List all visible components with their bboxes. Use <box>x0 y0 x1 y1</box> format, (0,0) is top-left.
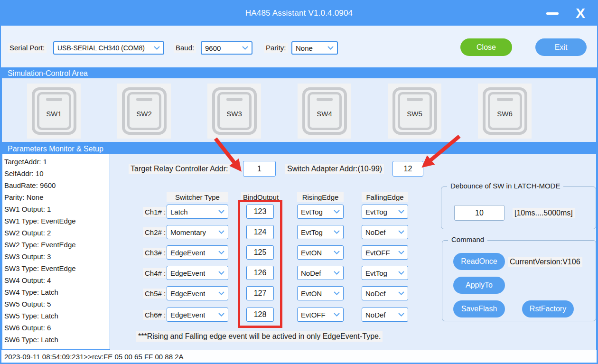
monitor-line: SW6 Output: 6 <box>4 322 110 334</box>
switcher-type-select-ch1[interactable]: Latch <box>167 205 228 219</box>
chevron-down-icon <box>334 291 340 295</box>
falling-edge-select-ch2[interactable]: NoDef <box>362 225 408 239</box>
switch-button-sw1[interactable]: SW1 <box>27 84 81 139</box>
parameters-section: Parameters Monitor & Setup TargetAddr: 1… <box>1 143 597 351</box>
falling-edge-value: NoDef <box>365 289 386 298</box>
serial-port-label: Serial Port: <box>8 43 47 53</box>
rising-edge-select-ch1[interactable]: EvtTog <box>297 205 344 219</box>
close-port-button[interactable]: Close <box>460 38 512 56</box>
bind-output-input-ch6[interactable] <box>246 308 274 322</box>
key-icon: SW4 <box>302 87 347 135</box>
chevron-down-icon <box>218 230 224 234</box>
switcher-type-select-ch2[interactable]: Momentary <box>167 225 228 239</box>
save-flash-button[interactable]: SaveFlash <box>453 300 505 317</box>
adapter-addr-input[interactable] <box>392 161 423 177</box>
window-title: HA485 Assistant V1.0.4.0904 <box>1 1 597 26</box>
rst-factory-button[interactable]: RstFactory <box>522 300 574 317</box>
chevron-down-icon <box>218 210 224 214</box>
rising-edge-select-ch6[interactable]: EvtOFF <box>297 308 344 322</box>
minimize-button[interactable] <box>542 1 563 26</box>
rising-edge-select-ch3[interactable]: EvtON <box>297 245 344 260</box>
monitor-line: SW5 Output: 5 <box>4 298 110 310</box>
switch-button-sw6[interactable]: SW6 <box>478 84 532 139</box>
switch-button-sw5[interactable]: SW5 <box>388 84 441 139</box>
switch-label: SW4 <box>317 110 332 118</box>
chevron-down-icon <box>334 313 340 317</box>
falling-edge-value: EvtTog <box>365 208 387 216</box>
switcher-type-select-ch3[interactable]: EdgeEvent <box>167 245 228 260</box>
switcher-type-select-ch6[interactable]: EdgeEvent <box>167 308 228 322</box>
monitor-line: SW2 Type: EventEdge <box>4 239 110 251</box>
channel-label: Ch5# : <box>143 289 168 299</box>
switcher-type-select-ch4[interactable]: EdgeEvent <box>167 266 228 280</box>
bind-output-input-ch2[interactable] <box>246 225 274 239</box>
app-window: HA485 Assistant V1.0.4.0904 X Serial Por… <box>0 0 598 364</box>
minimize-icon <box>546 12 559 15</box>
exit-button[interactable]: Exit <box>535 38 587 56</box>
simulation-body: SW1 SW2 SW3 SW4 SW5 SW6 <box>2 78 596 142</box>
monitor-line: SW6 Type: Latch <box>4 334 110 345</box>
falling-edge-value: EvtOFF <box>365 249 390 257</box>
switch-button-sw3[interactable]: SW3 <box>207 84 261 139</box>
bind-output-input-ch1[interactable] <box>246 205 274 219</box>
switch-label: SW3 <box>226 110 242 118</box>
monitor-line: SW3 Output: 3 <box>4 251 110 262</box>
monitor-line: BaudRate: 9600 <box>4 179 110 191</box>
footnote-text: ***Rising and Falling edge event will be… <box>136 331 383 342</box>
falling-edge-select-ch3[interactable]: EvtOFF <box>362 245 408 260</box>
chevron-down-icon <box>218 271 224 275</box>
apply-to-button[interactable]: ApplyTo <box>453 277 505 294</box>
chevron-down-icon <box>398 210 404 214</box>
rising-edge-select-ch4[interactable]: NoDef <box>297 266 344 280</box>
chevron-down-icon <box>334 251 340 254</box>
read-once-button[interactable]: ReadOnce <box>453 253 505 270</box>
falling-edge-select-ch1[interactable]: EvtTog <box>362 205 408 219</box>
command-groupbox: Command ReadOnce CurrentVersion:V106 App… <box>442 240 596 321</box>
rising-edge-value: EvtON <box>301 249 322 257</box>
switcher-type-value: EdgeEvent <box>170 249 205 257</box>
debounce-input[interactable] <box>454 205 505 221</box>
switch-button-sw4[interactable]: SW4 <box>298 84 351 139</box>
rising-edge-select-ch2[interactable]: EvtTog <box>297 225 344 239</box>
parity-label: Parity: <box>264 43 288 53</box>
key-icon: SW1 <box>32 87 76 135</box>
monitor-line: SW1 Type: EventEdge <box>4 215 110 227</box>
switch-label: SW5 <box>407 110 422 118</box>
chevron-down-icon <box>398 291 404 295</box>
bind-output-input-ch3[interactable] <box>246 245 274 260</box>
key-notch-icon <box>497 98 513 101</box>
rising-edge-value: EvtOFF <box>301 311 326 319</box>
parity-select[interactable]: None <box>291 41 338 55</box>
switch-label: SW6 <box>497 110 513 118</box>
falling-edge-select-ch6[interactable]: NoDef <box>362 308 408 322</box>
column-header-falling-edge: FallingEdge <box>362 192 408 202</box>
current-version-label: CurrentVersion:V106 <box>508 257 582 267</box>
chevron-down-icon <box>398 271 404 275</box>
key-icon: SW3 <box>212 87 257 135</box>
switcher-type-select-ch5[interactable]: EdgeEvent <box>167 286 228 300</box>
falling-edge-select-ch4[interactable]: EvtTog <box>362 266 408 280</box>
baud-select[interactable]: 9600 <box>201 41 252 55</box>
column-header-rising-edge: RisingEdge <box>297 192 344 202</box>
channel-label: Ch2# : <box>143 227 168 237</box>
bind-output-input-ch5[interactable] <box>246 286 274 300</box>
switch-button-sw2[interactable]: SW2 <box>117 84 171 139</box>
rising-edge-select-ch5[interactable]: EvtON <box>297 286 344 300</box>
bind-output-input-ch4[interactable] <box>246 266 274 280</box>
falling-edge-select-ch5[interactable]: NoDef <box>362 286 408 300</box>
target-addr-label: Target Relay Controller Addr: <box>129 164 230 174</box>
chevron-down-icon <box>218 291 224 295</box>
chevron-down-icon <box>334 230 340 234</box>
debounce-legend: Debounce of SW in LATCH-MODE <box>447 182 563 190</box>
title-bar: HA485 Assistant V1.0.4.0904 X <box>1 1 597 26</box>
serial-port-select[interactable]: USB-SERIAL CH340 (COM8) <box>53 41 164 55</box>
debounce-groupbox: Debounce of SW in LATCH-MODE [10ms....50… <box>441 187 596 229</box>
window-close-button[interactable]: X <box>569 1 592 26</box>
adapter-addr-label: Switch Adapter Addr:(10-99) <box>285 164 384 174</box>
chevron-down-icon <box>398 251 404 254</box>
channel-label: Ch4# : <box>143 268 168 278</box>
switch-label: SW2 <box>136 110 152 118</box>
channel-label: Ch1# : <box>143 207 168 217</box>
simulation-section: Simulation-Control Area SW1 SW2 SW3 SW4 … <box>1 67 597 143</box>
target-addr-input[interactable] <box>243 161 276 177</box>
